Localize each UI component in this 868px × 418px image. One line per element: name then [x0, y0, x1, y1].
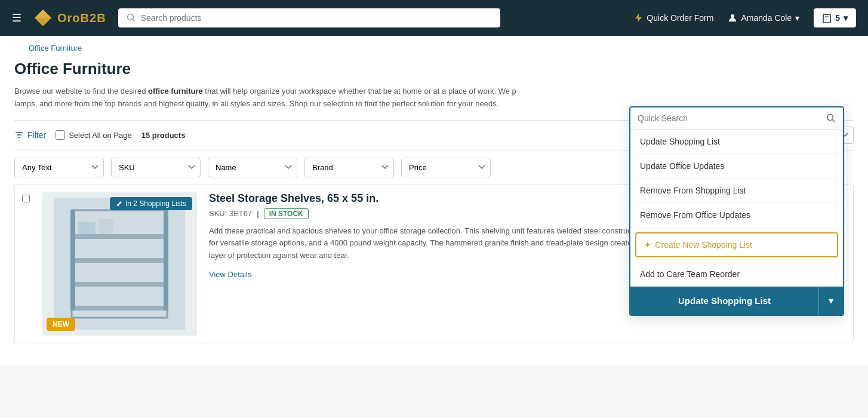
- product-sku: SKU: 3ET67: [209, 209, 252, 218]
- quick-order-button[interactable]: Quick Order Form: [633, 13, 713, 23]
- filter-button[interactable]: Filter: [14, 130, 46, 140]
- dropdown-items-list: Update Shopping List Update Office Updat…: [630, 130, 843, 287]
- breadcrumb: Office Furniture: [14, 36, 854, 53]
- svg-rect-13: [70, 258, 168, 263]
- product-checkbox[interactable]: [22, 195, 30, 202]
- dropdown-item-update-office-updates[interactable]: Update Office Updates: [630, 154, 843, 179]
- svg-rect-15: [70, 306, 168, 311]
- dropdown-search-icon: [826, 113, 836, 123]
- lightning-icon: [633, 13, 643, 23]
- search-icon: [127, 13, 136, 23]
- shopping-list-dropdown: Update Shopping List Update Office Updat…: [629, 106, 844, 316]
- product-image: [42, 192, 197, 336]
- logo-text: OroB2B: [57, 11, 106, 25]
- svg-rect-14: [70, 282, 168, 287]
- dropdown-item-create-new[interactable]: + Create New Shopping List: [635, 232, 838, 257]
- svg-point-2: [127, 14, 133, 20]
- user-icon: [728, 13, 737, 23]
- svg-rect-12: [70, 234, 168, 239]
- filter-sku[interactable]: SKU: [111, 158, 201, 177]
- svg-rect-17: [164, 210, 168, 311]
- search-bar: [118, 8, 500, 27]
- cart-count: 5: [835, 13, 840, 23]
- logo[interactable]: OroB2B: [33, 8, 106, 27]
- page-title: Office Furniture: [14, 60, 854, 78]
- dropdown-footer: Update Shopping List ▾: [630, 287, 843, 315]
- filter-label: Filter: [27, 130, 46, 140]
- dropdown-item-update-shopping-list[interactable]: Update Shopping List: [630, 130, 843, 154]
- select-all-area: Select All on Page: [56, 130, 132, 140]
- new-badge: NEW: [47, 318, 75, 331]
- shopping-list-badge: In 2 Shopping Lists: [110, 197, 192, 210]
- dropdown-footer-button[interactable]: Update Shopping List: [630, 287, 818, 314]
- logo-icon: [33, 8, 53, 27]
- filter-price[interactable]: Price: [401, 158, 491, 177]
- user-name: Amanda Cole: [741, 13, 792, 23]
- dropdown-search-area: [630, 107, 843, 130]
- dropdown-search-input[interactable]: [638, 113, 826, 123]
- svg-point-4: [731, 14, 734, 18]
- cart-chevron-icon: ▾: [844, 13, 848, 23]
- shopping-list-badge-text: In 2 Shopping Lists: [125, 199, 186, 208]
- header-actions: Quick Order Form Amanda Cole ▾ 5 ▾: [633, 8, 856, 27]
- cart-icon: [822, 13, 832, 23]
- dropdown-item-remove-shopping-list[interactable]: Remove From Shopping List: [630, 179, 843, 203]
- select-all-checkbox[interactable]: [56, 130, 65, 140]
- menu-icon[interactable]: ☰: [12, 11, 21, 24]
- filter-brand[interactable]: Brand: [304, 158, 394, 177]
- products-count: 15 products: [141, 131, 186, 140]
- dropdown-footer-arrow[interactable]: ▾: [818, 287, 843, 315]
- pencil-icon: [116, 200, 123, 207]
- svg-rect-5: [823, 14, 830, 23]
- user-chevron-icon: ▾: [795, 13, 799, 23]
- main-header: ☰ OroB2B Quick Order Form Amanda Cole ▾ …: [0, 0, 868, 36]
- breadcrumb-link[interactable]: Office Furniture: [29, 44, 82, 53]
- dropdown-item-care-team-reorder[interactable]: Add to Care Team Reorder: [630, 262, 843, 287]
- quick-order-label: Quick Order Form: [647, 13, 713, 23]
- svg-line-21: [833, 120, 835, 122]
- svg-rect-16: [70, 210, 75, 311]
- svg-point-20: [827, 115, 833, 121]
- svg-marker-1: [35, 10, 51, 18]
- in-stock-badge: IN STOCK: [264, 208, 309, 219]
- filter-name[interactable]: Name: [208, 158, 297, 177]
- svg-rect-19: [99, 219, 113, 234]
- cart-button[interactable]: 5 ▾: [814, 8, 856, 27]
- search-input[interactable]: [141, 13, 492, 23]
- shelf-illustration: [54, 198, 185, 330]
- product-image-container: In 2 Shopping Lists NEW: [42, 192, 197, 336]
- dropdown-item-remove-office-updates[interactable]: Remove From Office Updates: [630, 203, 843, 228]
- select-all-label[interactable]: Select All on Page: [69, 131, 132, 140]
- filter-any-text[interactable]: Any Text: [14, 158, 104, 177]
- svg-line-3: [133, 20, 135, 22]
- svg-rect-18: [78, 222, 96, 234]
- user-menu[interactable]: Amanda Cole ▾: [728, 13, 799, 23]
- view-details-link[interactable]: View Details: [209, 270, 251, 279]
- filter-icon: [14, 130, 24, 140]
